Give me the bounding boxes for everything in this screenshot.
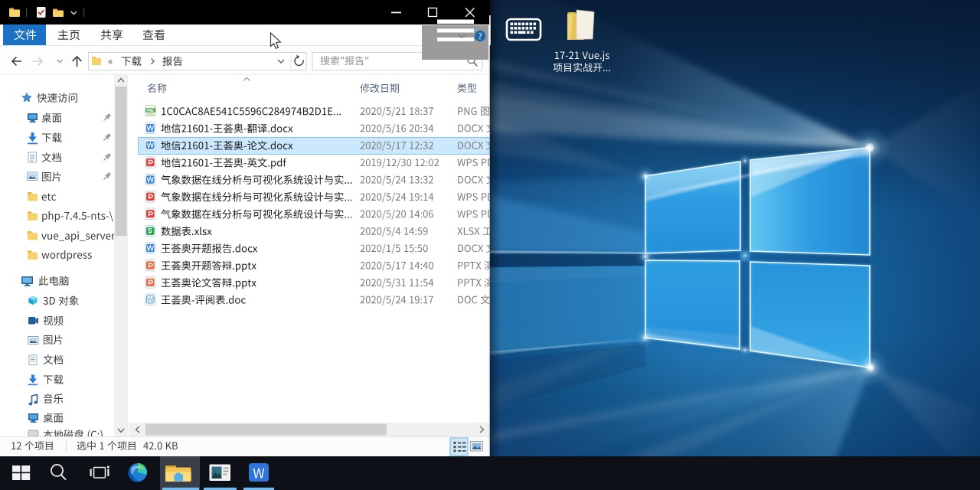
- svg-text:PNG: PNG: [146, 109, 154, 113]
